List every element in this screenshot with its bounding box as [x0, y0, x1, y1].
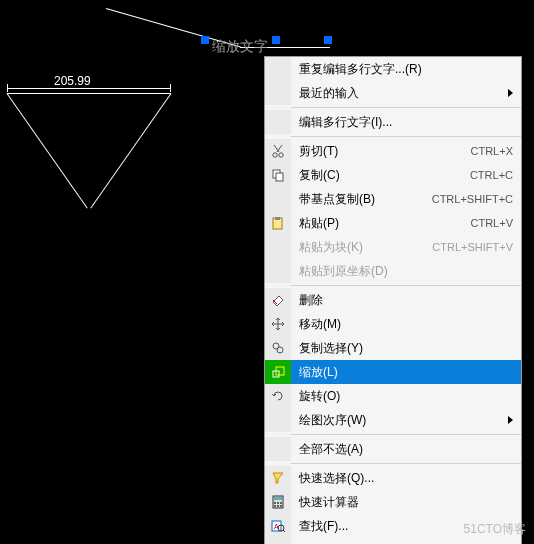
copy-selection-icon: [271, 341, 285, 355]
menu-recent-input[interactable]: 最近的输入: [265, 81, 521, 105]
svg-rect-3: [276, 173, 283, 181]
dimension-text: 205.99: [54, 74, 91, 88]
menu-delete[interactable]: 删除: [265, 288, 521, 312]
svg-point-15: [274, 505, 276, 507]
calculator-icon: [271, 495, 285, 509]
menu-draw-order[interactable]: 绘图次序(W): [265, 408, 521, 432]
grip-handle[interactable]: [201, 36, 209, 44]
svg-point-12: [274, 502, 276, 504]
menu-deselect-all[interactable]: 全部不选(A): [265, 437, 521, 461]
svg-point-16: [277, 505, 279, 507]
svg-point-14: [280, 502, 282, 504]
grip-handle[interactable]: [324, 36, 332, 44]
menu-copy-basepoint[interactable]: 带基点复制(B)CTRL+SHIFT+C: [265, 187, 521, 211]
menu-quickcalc[interactable]: 快速计算器: [265, 490, 521, 514]
menu-paste-as-block: 粘贴为块(K)CTRL+SHIFT+V: [265, 235, 521, 259]
menu-paste-orig-coords: 粘贴到原坐标(D): [265, 259, 521, 283]
svg-point-0: [273, 153, 277, 157]
scale-icon: [271, 365, 285, 379]
svg-point-13: [277, 502, 279, 504]
quick-select-icon: [271, 471, 285, 485]
menu-cut[interactable]: 剪切(T)CTRL+X: [265, 139, 521, 163]
menu-repeat-edit[interactable]: 重复编辑多行文字...(R): [265, 57, 521, 81]
svg-point-7: [277, 347, 283, 353]
menu-edit-mtext[interactable]: 编辑多行文字(I)...: [265, 110, 521, 134]
grip-handle[interactable]: [272, 36, 280, 44]
find-icon: A: [271, 519, 285, 533]
copy-icon: [271, 168, 285, 182]
menu-rotate[interactable]: 旋转(O): [265, 384, 521, 408]
menu-move[interactable]: 移动(M): [265, 312, 521, 336]
eraser-icon: [271, 293, 285, 307]
watermark: 51CTO博客: [464, 521, 526, 538]
menu-copy-selection[interactable]: 复制选择(Y): [265, 336, 521, 360]
menu-paste[interactable]: 粘贴(P)CTRL+V: [265, 211, 521, 235]
move-icon: [271, 317, 285, 331]
rotate-icon: [271, 389, 285, 403]
submenu-arrow-icon: [508, 89, 513, 97]
cut-icon: [271, 144, 285, 158]
menu-properties[interactable]: 特性(S): [265, 538, 521, 544]
svg-point-1: [279, 153, 283, 157]
svg-rect-11: [274, 497, 282, 500]
menu-quick-select[interactable]: 快速选择(Q)...: [265, 466, 521, 490]
svg-rect-5: [275, 217, 280, 220]
menu-copy[interactable]: 复制(C)CTRL+C: [265, 163, 521, 187]
paste-icon: [271, 216, 285, 230]
menu-scale[interactable]: 缩放(L): [265, 360, 521, 384]
context-menu: 重复编辑多行文字...(R) 最近的输入 编辑多行文字(I)... 剪切(T)C…: [264, 56, 522, 544]
svg-point-17: [280, 505, 282, 507]
selected-mtext[interactable]: 缩放文字: [212, 38, 268, 56]
submenu-arrow-icon: [508, 416, 513, 424]
